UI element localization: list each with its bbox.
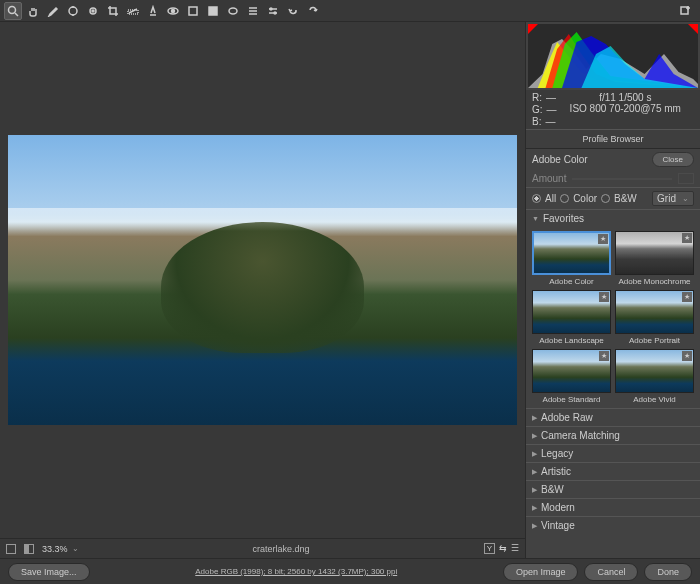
group-header-vintage[interactable]: ▶Vintage (526, 516, 700, 534)
star-icon[interactable]: ★ (682, 351, 692, 361)
filter-color-label: Color (573, 193, 597, 204)
eyedropper-tool[interactable] (44, 2, 62, 20)
swap-icon[interactable]: ⇆ (499, 543, 507, 554)
radio-all[interactable] (532, 194, 541, 203)
current-profile-label: Adobe Color (532, 154, 588, 165)
group-header-modern[interactable]: ▶Modern (526, 498, 700, 516)
svg-point-6 (92, 10, 94, 12)
view-select[interactable]: Grid ⌄ (652, 191, 694, 206)
group-header-legacy[interactable]: ▶Legacy (526, 444, 700, 462)
svg-line-1 (15, 13, 18, 16)
exposure-label: f/11 1/500 s (557, 92, 694, 103)
filename-label: craterlake.dng (87, 544, 476, 554)
svg-rect-12 (209, 7, 217, 15)
group-label: B&W (541, 484, 564, 495)
radio-bw[interactable] (601, 194, 610, 203)
profile-label: Adobe Monochrome (615, 275, 694, 286)
group-header-camera-matching[interactable]: ▶Camera Matching (526, 426, 700, 444)
transform-tool[interactable] (244, 2, 262, 20)
highlight-clip-warning-icon[interactable] (688, 24, 698, 34)
straighten-tool[interactable] (124, 2, 142, 20)
settings-icon[interactable]: ☰ (511, 543, 519, 554)
star-icon[interactable]: ★ (682, 292, 692, 302)
side-panel: R:— G:— B:— f/11 1/500 s ISO 800 70-200@… (525, 22, 700, 558)
group-header-adobe-raw[interactable]: ▶Adobe Raw (526, 408, 700, 426)
save-image-button[interactable]: Save Image... (8, 563, 90, 581)
hand-tool[interactable] (24, 2, 42, 20)
chevron-right-icon: ▶ (532, 486, 537, 494)
profile-thumb: ★ (532, 349, 611, 393)
viewer-status-bar: 33.3% ⌄ craterlake.dng Y ⇆ ☰ (0, 538, 525, 558)
star-icon[interactable]: ★ (682, 233, 692, 243)
chevron-down-icon: ⌄ (682, 194, 689, 203)
profile-tile-adobe-portrait[interactable]: ★Adobe Portrait (615, 290, 694, 345)
group-label: Legacy (541, 448, 573, 459)
amount-slider (572, 178, 671, 180)
compare-y-icon[interactable]: Y (484, 543, 495, 554)
profile-label: Adobe Standard (532, 393, 611, 404)
profile-tile-adobe-standard[interactable]: ★Adobe Standard (532, 349, 611, 404)
favorites-header[interactable]: ▼ Favorites (526, 209, 700, 227)
svg-point-20 (274, 12, 276, 14)
group-header-artistic[interactable]: ▶Artistic (526, 462, 700, 480)
chevron-right-icon: ▶ (532, 504, 537, 512)
group-label: Camera Matching (541, 430, 620, 441)
image-viewer: 33.3% ⌄ craterlake.dng Y ⇆ ☰ (0, 22, 525, 558)
done-button[interactable]: Done (644, 563, 692, 581)
rotate-cw-tool[interactable] (304, 2, 322, 20)
zoom-value: 33.3% (42, 544, 68, 554)
spot-removal-tool[interactable] (144, 2, 162, 20)
preview-image (8, 135, 517, 425)
open-image-button[interactable]: Open Image (503, 563, 579, 581)
top-toolbar (0, 0, 700, 22)
color-sampler-tool[interactable] (64, 2, 82, 20)
g-value: — (547, 104, 557, 115)
profile-tile-adobe-monochrome[interactable]: ★Adobe Monochrome (615, 231, 694, 286)
group-label: Modern (541, 502, 575, 513)
profile-label: Adobe Color (532, 275, 611, 286)
grid-toggle-icon[interactable] (6, 544, 16, 554)
profile-tile-adobe-vivid[interactable]: ★Adobe Vivid (615, 349, 694, 404)
profile-tile-adobe-landscape[interactable]: ★Adobe Landscape (532, 290, 611, 345)
canvas-area[interactable] (0, 22, 525, 538)
graduated-filter-tool[interactable] (204, 2, 222, 20)
before-after-icon[interactable] (24, 544, 34, 554)
chevron-down-icon: ▼ (532, 215, 539, 222)
group-label: Artistic (541, 466, 571, 477)
preferences-tool[interactable] (264, 2, 282, 20)
crop-tool[interactable] (104, 2, 122, 20)
g-label: G: (532, 104, 543, 115)
preset-new-icon[interactable] (676, 2, 694, 20)
adjustment-brush-tool[interactable] (184, 2, 202, 20)
cancel-button[interactable]: Cancel (584, 563, 638, 581)
workflow-link[interactable]: Adobe RGB (1998); 8 bit; 2560 by 1432 (3… (96, 567, 497, 576)
profile-thumb: ★ (615, 349, 694, 393)
group-header-b&w[interactable]: ▶B&W (526, 480, 700, 498)
radial-filter-tool[interactable] (224, 2, 242, 20)
radio-color[interactable] (560, 194, 569, 203)
favorites-label: Favorites (543, 213, 584, 224)
star-icon[interactable]: ★ (599, 292, 609, 302)
zoom-select[interactable]: 33.3% ⌄ (42, 544, 79, 554)
profile-tile-adobe-color[interactable]: ★Adobe Color (532, 231, 611, 286)
svg-point-13 (229, 8, 237, 14)
shadow-clip-warning-icon[interactable] (528, 24, 538, 34)
profile-thumb: ★ (532, 290, 611, 334)
close-button[interactable]: Close (652, 152, 694, 167)
metadata-row: R:— G:— B:— f/11 1/500 s ISO 800 70-200@… (526, 90, 700, 129)
redeye-tool[interactable] (164, 2, 182, 20)
rotate-ccw-tool[interactable] (284, 2, 302, 20)
profiles-grid: ★Adobe Color★Adobe Monochrome★Adobe Land… (526, 227, 700, 408)
histogram[interactable] (528, 24, 698, 88)
svg-point-18 (270, 8, 272, 10)
zoom-tool[interactable] (4, 2, 22, 20)
star-icon[interactable]: ★ (599, 351, 609, 361)
profile-thumb: ★ (532, 231, 611, 275)
targeted-adjustment-tool[interactable] (84, 2, 102, 20)
panel-title: Profile Browser (526, 129, 700, 149)
star-icon[interactable]: ★ (598, 234, 608, 244)
profile-label: Adobe Portrait (615, 334, 694, 345)
b-label: B: (532, 116, 541, 127)
main-area: 33.3% ⌄ craterlake.dng Y ⇆ ☰ (0, 22, 700, 558)
svg-point-0 (9, 6, 16, 13)
